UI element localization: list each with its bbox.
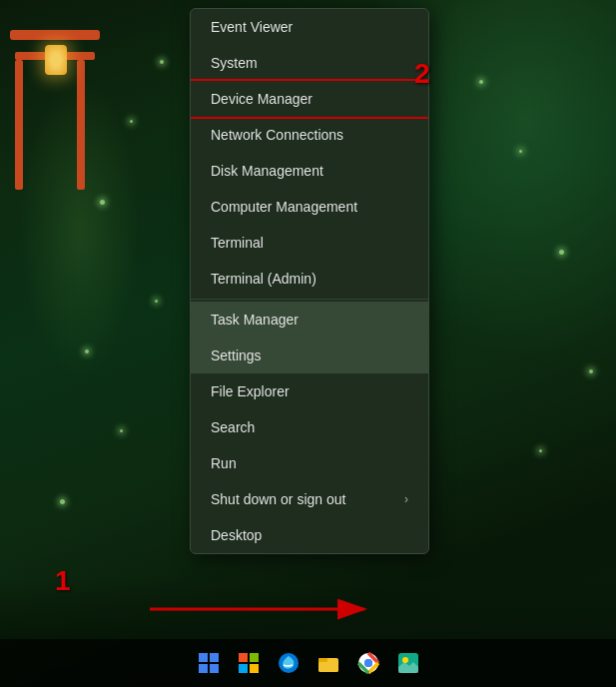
menu-item-system[interactable]: System [191, 45, 428, 81]
sparkle [479, 80, 483, 84]
taskbar [0, 639, 616, 687]
menu-item-terminal[interactable]: Terminal [191, 225, 428, 261]
menu-separator [191, 299, 428, 300]
sparkle [155, 300, 158, 303]
menu-item-desktop[interactable]: Desktop [191, 517, 428, 553]
svg-rect-5 [210, 664, 219, 673]
file-explorer-icon[interactable] [310, 645, 346, 681]
lantern [45, 45, 67, 75]
sparkle [120, 429, 123, 432]
store-icon[interactable] [231, 645, 267, 681]
torii-leg-right [77, 60, 85, 190]
sparkle [160, 60, 164, 64]
torii-gate [15, 30, 105, 190]
sparkle [519, 150, 522, 153]
menu-item-task-manager[interactable]: Task Manager [191, 302, 428, 338]
menu-item-file-explorer[interactable]: File Explorer [191, 373, 428, 409]
menu-item-shutdown[interactable]: Shut down or sign out › [191, 481, 428, 517]
sparkle [130, 120, 133, 123]
svg-rect-9 [250, 664, 259, 673]
svg-rect-7 [250, 653, 259, 662]
svg-rect-2 [199, 653, 208, 662]
photos-icon[interactable] [390, 645, 426, 681]
menu-item-network-connections[interactable]: Network Connections [191, 117, 428, 153]
svg-rect-8 [239, 664, 248, 673]
sparkle [60, 499, 65, 504]
sparkle [559, 250, 564, 255]
submenu-arrow: › [404, 492, 408, 506]
context-menu: Event Viewer System Device Manager Netwo… [190, 8, 429, 554]
svg-rect-3 [210, 653, 219, 662]
menu-item-device-manager[interactable]: Device Manager [191, 81, 428, 117]
menu-item-computer-management[interactable]: Computer Management [191, 189, 428, 225]
torii-legs [15, 60, 85, 190]
menu-item-terminal-admin[interactable]: Terminal (Admin) [191, 261, 428, 297]
svg-rect-4 [199, 664, 208, 673]
menu-item-search[interactable]: Search [191, 409, 428, 445]
start-button[interactable] [191, 645, 227, 681]
sparkle [539, 449, 542, 452]
edge-icon[interactable] [271, 645, 307, 681]
annotation-2: 2 [414, 58, 430, 90]
sparkle [85, 349, 89, 353]
svg-rect-6 [239, 653, 248, 662]
chrome-icon[interactable] [350, 645, 386, 681]
sparkle [589, 369, 593, 373]
taskbar-arrow [150, 589, 379, 629]
svg-rect-13 [318, 662, 338, 672]
torii-leg-left [15, 60, 23, 190]
svg-point-18 [402, 657, 408, 663]
svg-point-16 [364, 659, 372, 667]
menu-item-disk-management[interactable]: Disk Management [191, 153, 428, 189]
torii-top-beam [10, 30, 100, 40]
annotation-1: 1 [55, 565, 71, 597]
menu-item-settings[interactable]: Settings [191, 338, 428, 373]
menu-item-event-viewer[interactable]: Event Viewer [191, 9, 428, 45]
menu-item-run[interactable]: Run [191, 445, 428, 481]
sparkle [100, 200, 105, 205]
